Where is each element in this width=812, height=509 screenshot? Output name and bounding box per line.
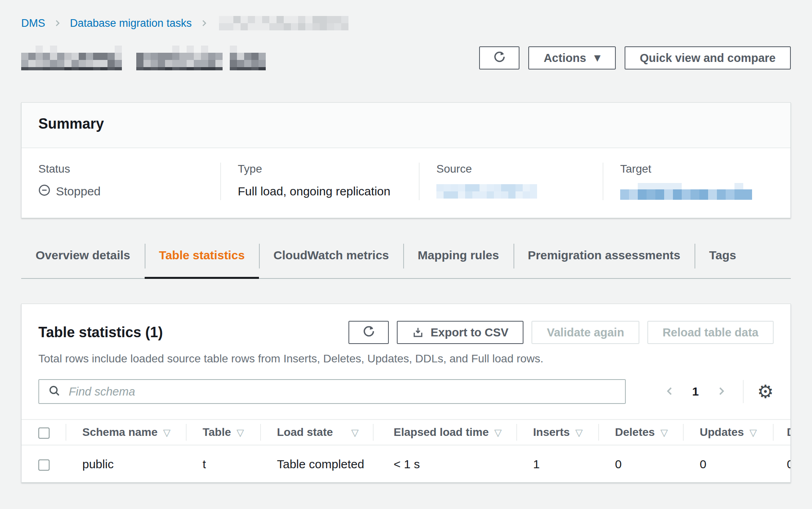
- field-label: Status: [38, 163, 208, 175]
- cell-load-state: Table completed: [260, 445, 373, 483]
- column-header-load-state: Load state: [277, 426, 333, 438]
- previous-page-button[interactable]: [664, 386, 675, 398]
- column-header-ddls: DDLs: [787, 426, 791, 438]
- select-all-checkbox[interactable]: [38, 427, 50, 439]
- caret-down-icon: ▼: [594, 54, 601, 62]
- reload-table-data-label: Reload table data: [663, 326, 758, 339]
- task-detail-tabs: Overview details Table statistics CloudW…: [21, 242, 791, 279]
- summary-field-status: Status Stopped: [22, 163, 220, 200]
- refresh-icon: [493, 50, 506, 66]
- table-header-row: Schema name▽ Table▽ Load state▽ Elapsed …: [22, 420, 791, 445]
- sort-icon[interactable]: ▽: [163, 427, 170, 438]
- table-statistics-description: Total rows include loaded source table r…: [38, 352, 774, 366]
- sort-icon[interactable]: ▽: [494, 427, 502, 438]
- summary-title: Summary: [38, 115, 774, 132]
- page-title-redacted: [21, 46, 266, 70]
- chevron-right-icon: [200, 19, 209, 28]
- row-checkbox[interactable]: [38, 459, 50, 471]
- tab-cloudwatch-metrics[interactable]: CloudWatch metrics: [259, 242, 403, 278]
- column-header-inserts: Inserts: [533, 426, 570, 438]
- table-toolbar: 1 ⚙: [38, 379, 774, 404]
- actions-button[interactable]: Actions ▼: [528, 46, 616, 70]
- sort-icon[interactable]: ▽: [351, 427, 358, 438]
- type-value: Full load, ongoing replication: [238, 183, 407, 200]
- header-actions: Actions ▼ Quick view and compare: [479, 46, 791, 70]
- tab-mapping-rules[interactable]: Mapping rules: [403, 242, 513, 278]
- validate-again-label: Validate again: [547, 326, 624, 339]
- table-statistics-panel: Table statistics (1): [21, 304, 791, 483]
- table-row: public t Table completed < 1 s 1 0 0 0: [22, 445, 791, 483]
- reload-table-data-button[interactable]: Reload table data: [647, 321, 774, 344]
- page-header: Actions ▼ Quick view and compare: [21, 46, 791, 70]
- sort-icon[interactable]: ▽: [237, 427, 244, 438]
- breadcrumb: DMS Database migration tasks: [0, 0, 812, 30]
- sort-icon[interactable]: ▽: [749, 427, 756, 438]
- column-header-schema-name: Schema name: [82, 426, 157, 438]
- toolbar-divider: [743, 380, 744, 403]
- field-label: Target: [620, 163, 778, 175]
- table-statistics-title: Table statistics (1): [38, 324, 163, 341]
- summary-panel: Summary Status Stopped Type Full load, o…: [21, 102, 791, 218]
- preferences-button[interactable]: ⚙: [757, 382, 774, 401]
- cell-deletes: 0: [598, 445, 683, 483]
- tab-table-statistics[interactable]: Table statistics: [145, 242, 259, 278]
- refresh-icon: [362, 324, 376, 341]
- tab-premigration-assessments[interactable]: Premigration assessments: [513, 242, 695, 278]
- download-icon: [412, 326, 424, 338]
- cell-table: t: [186, 445, 260, 483]
- tab-overview-details[interactable]: Overview details: [21, 242, 145, 278]
- column-header-table: Table: [203, 426, 231, 438]
- stopped-icon: [38, 184, 50, 199]
- field-label: Type: [238, 163, 407, 175]
- dms-task-page: DMS Database migration tasks Actions: [0, 0, 812, 509]
- column-header-updates: Updates: [700, 426, 744, 438]
- summary-field-source: Source: [419, 163, 603, 200]
- cell-elapsed-load-time: < 1 s: [373, 445, 516, 483]
- source-value-redacted[interactable]: [436, 184, 537, 199]
- chevron-left-icon: [664, 386, 675, 398]
- table-buttons: Export to CSV Validate again Reload tabl…: [348, 321, 774, 344]
- sort-icon[interactable]: ▽: [575, 427, 583, 438]
- table-statistics-table: Schema name▽ Table▽ Load state▽ Elapsed …: [22, 419, 790, 483]
- table-refresh-button[interactable]: [348, 321, 389, 344]
- status-value: Stopped: [56, 185, 101, 198]
- cell-inserts: 1: [516, 445, 598, 483]
- sort-icon[interactable]: ▽: [661, 427, 668, 438]
- column-header-elapsed-load-time: Elapsed load time: [394, 426, 489, 438]
- summary-field-type: Type Full load, ongoing replication: [220, 163, 419, 200]
- schema-search-box[interactable]: [38, 379, 626, 404]
- next-page-button[interactable]: [716, 386, 727, 398]
- chevron-right-icon: [716, 386, 727, 398]
- pagination: 1 ⚙: [664, 380, 774, 403]
- quick-view-label: Quick view and compare: [640, 52, 776, 65]
- export-csv-label: Export to CSV: [430, 326, 508, 339]
- summary-grid: Status Stopped Type Full load, ongoing r…: [22, 148, 790, 218]
- summary-field-target: Target: [603, 163, 790, 200]
- field-label: Source: [436, 163, 591, 175]
- refresh-button[interactable]: [479, 46, 519, 70]
- tab-tags[interactable]: Tags: [695, 242, 750, 278]
- breadcrumb-current-redacted: [219, 16, 348, 30]
- cell-updates: 0: [683, 445, 773, 483]
- export-csv-button[interactable]: Export to CSV: [397, 321, 523, 344]
- breadcrumb-dms-link[interactable]: DMS: [21, 17, 45, 30]
- validate-again-button[interactable]: Validate again: [531, 321, 639, 344]
- cell-schema-name: public: [66, 445, 186, 483]
- gear-icon: ⚙: [757, 381, 774, 402]
- breadcrumb-tasks-link[interactable]: Database migration tasks: [70, 17, 192, 30]
- chevron-right-icon: [53, 19, 62, 28]
- target-value-redacted[interactable]: [620, 183, 752, 200]
- summary-panel-header: Summary: [22, 103, 790, 148]
- table-panel-top: Table statistics (1): [22, 304, 790, 404]
- quick-view-compare-button[interactable]: Quick view and compare: [625, 46, 791, 70]
- schema-search-input[interactable]: [68, 385, 621, 399]
- cell-ddls: 0: [773, 445, 791, 483]
- current-page-number[interactable]: 1: [692, 385, 699, 398]
- column-header-deletes: Deletes: [615, 426, 655, 438]
- search-icon: [48, 384, 61, 399]
- actions-button-label: Actions: [543, 52, 586, 65]
